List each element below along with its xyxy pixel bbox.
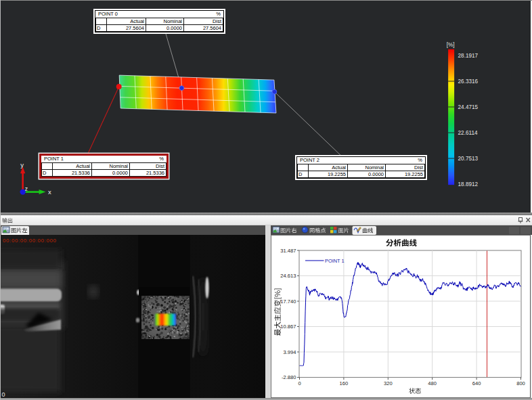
svg-text:31.487: 31.487	[280, 248, 296, 254]
svg-text:26.3316: 26.3316	[458, 79, 479, 85]
svg-text:160: 160	[340, 380, 349, 386]
svg-text:y: y	[20, 161, 24, 169]
svg-text:640: 640	[472, 380, 481, 386]
svg-text:28.1917: 28.1917	[458, 53, 479, 59]
svg-text:00:00:00:00:00:000: 00:00:00:00:00:000	[3, 238, 56, 244]
svg-text:POINT 1: POINT 1	[325, 258, 345, 264]
svg-text:320: 320	[384, 380, 393, 386]
svg-text:24.4715: 24.4715	[458, 104, 479, 110]
svg-text:0: 0	[298, 380, 301, 386]
svg-text:20.7513: 20.7513	[458, 156, 479, 162]
svg-text:0: 0	[2, 391, 5, 398]
svg-text:10.867: 10.867	[280, 324, 296, 330]
svg-text:z: z	[25, 185, 28, 192]
svg-text:-2.880: -2.880	[282, 374, 296, 380]
svg-text:[%]: [%]	[447, 42, 455, 48]
svg-text:22.6114: 22.6114	[458, 130, 478, 136]
svg-text:x: x	[48, 188, 51, 196]
svg-text:800: 800	[516, 380, 525, 386]
svg-text:18.8912: 18.8912	[458, 181, 479, 187]
svg-text:24.613: 24.613	[280, 273, 296, 279]
svg-text:3.994: 3.994	[283, 349, 296, 355]
svg-text:480: 480	[428, 380, 437, 386]
svg-text:17.740: 17.740	[280, 298, 296, 305]
